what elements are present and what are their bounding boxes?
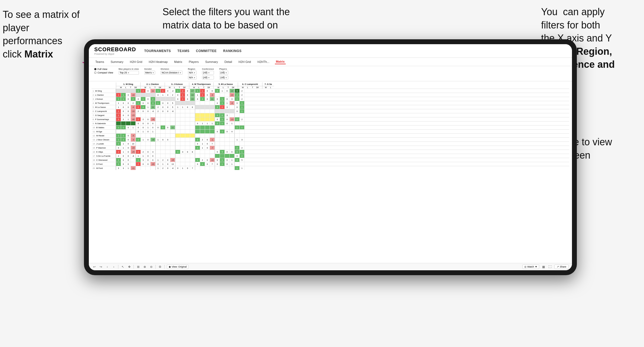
subnav-h2hgrid2[interactable]: H2H Grid <box>238 60 252 64</box>
nav-committee[interactable]: COMMITTEE <box>196 49 217 53</box>
col-header-jkoivun: 3. J Koivun WLTDif <box>165 82 189 89</box>
watch-icon: ◎ <box>524 265 526 268</box>
subnav-matrix-active[interactable]: Matrix <box>275 59 286 64</box>
table-row: 11. M Ege 0101 <box>92 129 569 133</box>
col-headers: 1. W Ding WLTDif 2. L Clanton WLTDif <box>116 82 569 89</box>
subnav-h2hth[interactable]: H2HTh... <box>256 60 271 64</box>
sep4 <box>164 265 165 269</box>
col-header-lclanton: 2. L Clanton WLTDif <box>140 82 165 89</box>
division-filter: Division NCAA Division I ▼ <box>161 68 182 75</box>
players-x-select[interactable]: (All) ▼ <box>219 71 228 75</box>
conference-x-select[interactable]: (All) ▼ <box>202 71 214 75</box>
layout-icon[interactable]: ▦ <box>541 265 546 269</box>
logo-sub: Powered by clippd <box>94 53 136 55</box>
table-row: 14. J Lundin 11010 <box>92 142 569 146</box>
nav-teams[interactable]: TEAMS <box>177 49 190 53</box>
nav-tournaments[interactable]: TOURNAMENTS <box>144 49 171 53</box>
nav-links: TOURNAMENTS TEAMS COMMITTEE RANKINGS <box>144 49 242 53</box>
sep1 <box>118 265 118 269</box>
nav-bar: SCOREBOARD Powered by clippd TOURNAMENTS… <box>89 44 572 58</box>
table-row: 13. J Skov Olesen 110-3 210-19 100 <box>92 137 569 142</box>
tablet: SCOREBOARD Powered by clippd TOURNAMENTS… <box>84 39 577 275</box>
subnav-h2hheatmap[interactable]: H2H Heatmap <box>148 60 169 64</box>
table-row: 2. L Clanton 210-16 0102 01013 <box>92 93 569 97</box>
subnav-summary[interactable]: Summary <box>109 60 124 64</box>
sub-nav: Teams Summary H2H Grid H2H Heatmap Matri… <box>89 58 572 66</box>
toolbar: ↩ ↪ ‹ › ↖ ✥ ⊞ ⊕ ⊖ ⚙ ◉ View: Original ◎ W… <box>89 263 572 270</box>
subnav-h2hgrid[interactable]: H2H Grid <box>129 60 143 64</box>
fullscreen-icon[interactable]: ⛶ <box>548 265 552 269</box>
share-button[interactable]: ↗ Share <box>554 265 569 269</box>
sep3 <box>155 265 156 269</box>
table-row: 18. C Sherwood 200 1300 120-15 <box>92 158 569 162</box>
forward-icon[interactable]: › <box>112 265 116 269</box>
conference-filter: Conference (All) ▼ (All) ▼ <box>202 68 214 79</box>
table-row: 17. S De La Fuente 200-8 1100 <box>92 154 569 158</box>
col-header-mlasasso: 5. M La Sasso WLTDif <box>213 82 238 89</box>
undo-icon[interactable]: ↩ <box>92 265 96 269</box>
zoom-out-icon[interactable]: ⊖ <box>149 265 153 269</box>
table-row: 8. P Summerhays 521-46 220-16 <box>92 117 569 121</box>
table-row: 1. W Ding 12011 110-2 12017 <box>92 89 569 93</box>
logo-text: SCOREBOARD <box>94 46 136 53</box>
table-row: 4. M Thorbjornsen 1002 1003 1005 <box>92 101 569 105</box>
division-select[interactable]: NCAA Division I ▼ <box>161 71 182 75</box>
settings-icon[interactable]: ⚙ <box>158 265 162 269</box>
region-y-select[interactable]: N/A ▼ <box>188 76 197 79</box>
annotation-top-center: Select the filters you want the matrix d… <box>162 5 303 32</box>
nav-rankings[interactable]: RANKINGS <box>223 49 242 53</box>
table-row: 7. G Sargent 200-15 <box>92 113 569 117</box>
cursor-icon[interactable]: ↖ <box>121 265 125 269</box>
compact-view-radio[interactable] <box>94 72 96 74</box>
full-view-radio[interactable] <box>94 68 96 70</box>
table-row: 10. B Valdes 1101 0010 01011 <box>92 125 569 129</box>
gender-select[interactable]: Men's ▼ <box>144 71 155 75</box>
table-row: 12. M Riedel 110-6 <box>92 133 569 137</box>
subnav-summary2[interactable]: Summary <box>204 60 219 64</box>
watch-btn[interactable]: ◎ Watch ▼ <box>522 265 539 269</box>
table-row: 16. K Vilips 210-25 2204 3308 <box>92 150 569 154</box>
matrix-content: 1. W Ding WLTDif 2. L Clanton WLTDif <box>89 81 572 263</box>
zoom-fit-icon[interactable]: ⊞ <box>136 265 140 269</box>
table-row: 19. D Ford 200 200-20 01013 <box>92 162 569 166</box>
subnav-matrix-left[interactable]: Matrix <box>173 60 183 64</box>
sep2 <box>134 265 134 269</box>
subnav-teams[interactable]: Teams <box>94 60 105 64</box>
max-players-filter: Max players in view Top 25 ▼ <box>119 68 139 75</box>
col-header-clamprecht: 6. C Lamprecht WLTDif <box>238 82 262 89</box>
max-players-select[interactable]: Top 25 ▼ <box>119 71 139 75</box>
table-row: 5. M La Sasso 100-6 24124 2005 1106 <box>92 105 569 109</box>
redo-icon[interactable]: ↪ <box>99 265 103 269</box>
col-header-mthorb: 4. M Thorbjornsen WLTDif <box>189 82 213 89</box>
gender-filter: Gender Men's ▼ <box>144 68 155 75</box>
players-filter: Players (All) ▼ (All) ▼ <box>219 68 228 79</box>
subnav-players[interactable]: Players <box>188 60 200 64</box>
col-header-gsa: 7. G Sa WL <box>262 82 274 89</box>
view-icon: ◉ <box>169 265 171 268</box>
subnav-detail[interactable]: Detail <box>223 60 233 64</box>
annotation-top-left: To see a matrix of player performances c… <box>3 8 87 61</box>
full-view-option[interactable]: Full View <box>94 68 113 70</box>
table-row: 6. C Lamprecht 200-16 200-6 200-6 <box>92 109 569 113</box>
table-row: 15. P Maichon 010-19 <box>92 146 569 150</box>
region-filter: Region N/A ▼ N/A ▼ <box>188 68 197 79</box>
view-radio-group: Full View Compact View <box>94 68 113 74</box>
share-icon: ↗ <box>557 265 559 268</box>
table-row: 20. M Ford 331-11 120-6 0107 <box>92 166 569 170</box>
table-row: 3. J Koivun 1102 0102 01013 <box>92 97 569 101</box>
table-row: 9. N Gabrelcik 0000 <box>92 121 569 125</box>
watch-chevron: ▼ <box>535 265 537 268</box>
logo-area: SCOREBOARD Powered by clippd <box>94 46 136 55</box>
tablet-screen: SCOREBOARD Powered by clippd TOURNAMENTS… <box>89 44 572 270</box>
filter-row: Full View Compact View Max players in vi… <box>89 66 572 81</box>
matrix-table: 1. W Ding WLTDif 2. L Clanton WLTDif <box>92 82 569 170</box>
pan-icon[interactable]: ✥ <box>127 265 131 269</box>
conference-y-select[interactable]: (All) ▼ <box>202 76 214 79</box>
back-icon[interactable]: ‹ <box>105 265 109 269</box>
players-y-select[interactable]: (All) ▼ <box>219 76 228 79</box>
col-header-wding: 1. W Ding WLTDif <box>116 82 140 89</box>
view-original-btn[interactable]: ◉ View: Original <box>167 265 188 269</box>
compact-view-option[interactable]: Compact View <box>94 71 113 74</box>
region-x-select[interactable]: N/A ▼ <box>188 71 197 75</box>
zoom-in-icon[interactable]: ⊕ <box>142 265 147 269</box>
